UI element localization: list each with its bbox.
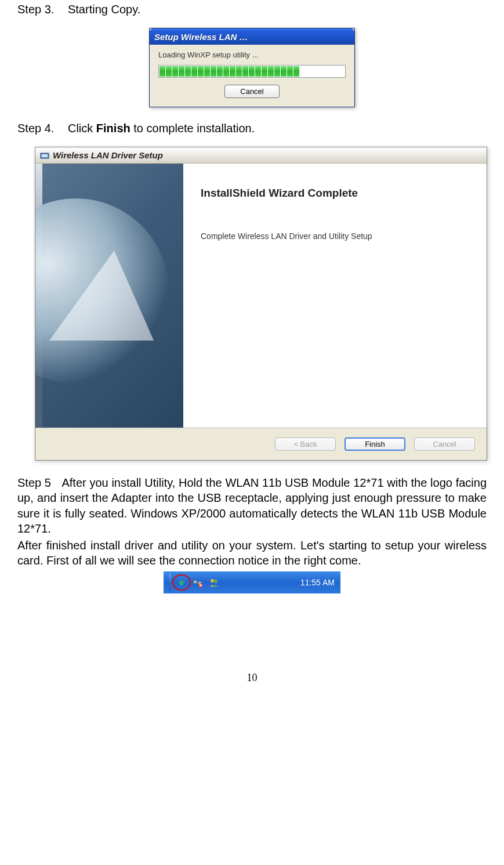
network-tray-icon[interactable]: [193, 577, 203, 588]
wizard-body-text: Complete Wireless LAN Driver and Utility…: [201, 231, 469, 241]
wizard-content: InstallShield Wizard Complete Complete W…: [183, 164, 487, 428]
wizard-heading: InstallShield Wizard Complete: [201, 187, 469, 200]
step-5-text-1: After you install Utility, Hold the WLAN…: [17, 476, 487, 535]
step-4-bold: Finish: [96, 122, 130, 135]
step-5-para-2: After finished install driver and utilit…: [17, 538, 487, 569]
users-tray-icon[interactable]: [209, 577, 219, 588]
step-3-line: Step 3. Starting Copy.: [17, 3, 487, 16]
dialog-titlebar: Setup Wireless LAN …: [150, 28, 354, 45]
page-number: 10: [17, 672, 487, 684]
step-3-label: Step 3.: [17, 3, 54, 16]
svg-rect-1: [42, 154, 48, 157]
wizard-complete-dialog: Wireless LAN Driver Setup InstallShield …: [35, 147, 487, 461]
step-4-pre: Click: [68, 122, 96, 135]
finish-button[interactable]: Finish: [345, 437, 405, 451]
dialog2-title: Wireless LAN Driver Setup: [53, 150, 163, 160]
dialog2-titlebar: Wireless LAN Driver Setup: [35, 147, 487, 164]
dialog1-body: Loading WinXP setup utility ... Cancel: [150, 45, 354, 107]
app-icon: [40, 151, 49, 160]
tray-clock: 11:55 AM: [300, 578, 335, 587]
dialog1-title: Setup Wireless LAN …: [154, 32, 248, 42]
step-3-text: Starting Copy.: [68, 3, 140, 16]
system-tray: 11:55 AM: [164, 571, 340, 593]
back-button[interactable]: < Back: [275, 437, 336, 451]
loading-text: Loading WinXP setup utility ...: [158, 50, 346, 59]
step-4-line: Step 4. Click Finish to complete install…: [17, 122, 487, 135]
dialog2-main: InstallShield Wizard Complete Complete W…: [35, 164, 487, 428]
svg-point-9: [214, 580, 217, 583]
wireless-tray-icon[interactable]: [176, 577, 187, 588]
cancel-button[interactable]: Cancel: [224, 85, 280, 98]
cancel-button-2[interactable]: Cancel: [414, 437, 475, 451]
step-5-label: Step 5: [17, 475, 51, 490]
tray-separator: [169, 574, 171, 591]
wizard-sidebar-image: [35, 164, 183, 428]
progress-bar: [158, 65, 346, 78]
step-5-para-1: Step 5 After you install Utility, Hold t…: [17, 475, 487, 537]
dialog1-buttons: Cancel: [158, 85, 346, 98]
step-4-label: Step 4.: [17, 122, 54, 135]
step-4-post: to complete installation.: [130, 122, 255, 135]
svg-rect-3: [193, 580, 197, 584]
setup-progress-dialog: Setup Wireless LAN … Loading WinXP setup…: [149, 28, 355, 107]
dialog2-footer: < Back Finish Cancel: [35, 428, 487, 460]
svg-point-8: [211, 579, 214, 582]
